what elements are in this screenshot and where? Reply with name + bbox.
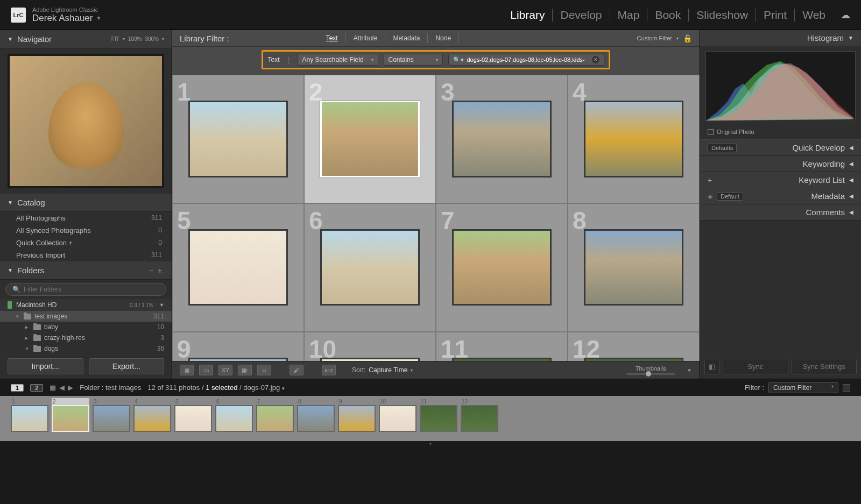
grid-cell[interactable]: 9	[172, 332, 304, 361]
histogram-view[interactable]	[705, 51, 856, 121]
zoom-fit-caret-icon[interactable]: ▾	[123, 37, 125, 41]
identity-block[interactable]: Adobe Lightroom Classic Derek Ashauer ▼	[32, 6, 503, 24]
filmstrip-cell[interactable]: 3	[93, 398, 130, 432]
compare-view-icon[interactable]: XY	[218, 365, 232, 375]
filmstrip-cell[interactable]: 10	[379, 398, 417, 432]
collapse-icon[interactable]: ◀	[849, 145, 853, 151]
text-search-box[interactable]: 🔍▾ ✕	[448, 54, 604, 66]
filmstrip-cell[interactable]: 1	[11, 398, 48, 432]
filter-switch-icon[interactable]	[843, 384, 850, 392]
zoom-100[interactable]: 100%	[128, 36, 142, 42]
grid-cell[interactable]: 3	[436, 75, 568, 203]
filmstrip-cell[interactable]: 11	[420, 398, 457, 432]
checkbox-icon[interactable]	[708, 129, 714, 135]
catalog-header[interactable]: ▼ Catalog	[0, 194, 172, 212]
sync-settings-button[interactable]: Sync Settings	[792, 359, 857, 374]
catalog-item[interactable]: All Photographs311	[0, 212, 172, 224]
module-slideshow[interactable]: Slideshow	[689, 9, 756, 22]
grid-cell[interactable]: 7	[436, 203, 568, 332]
grid-cell[interactable]: 4	[568, 75, 700, 203]
zoom-fit[interactable]: FIT	[111, 36, 119, 42]
thumb-size-slider[interactable]	[626, 373, 675, 375]
filmstrip-cell[interactable]: 9	[338, 398, 376, 432]
sort-value[interactable]: Capture Time	[369, 366, 407, 374]
folder-expand-icon[interactable]: ▼	[15, 314, 20, 319]
folder-remove-icon[interactable]: −	[149, 266, 153, 275]
primary-window-button[interactable]: 1	[11, 384, 24, 392]
grid-cell[interactable]: 8	[568, 203, 700, 332]
folder-search[interactable]: 🔍	[5, 283, 166, 296]
grid-icon[interactable]: ▦	[50, 384, 56, 392]
filmstrip-cell[interactable]: 7	[256, 398, 294, 432]
user-name[interactable]: Derek Ashauer ▼	[32, 13, 503, 24]
module-library[interactable]: Library	[503, 9, 553, 22]
filter-lock-icon[interactable]: 🔒	[683, 34, 692, 42]
import-button[interactable]: Import...	[8, 358, 83, 374]
module-web[interactable]: Web	[795, 9, 833, 22]
collapse-icon[interactable]: ▼	[8, 267, 13, 273]
zoom-caret-icon[interactable]: ▾	[162, 37, 164, 41]
catalog-item[interactable]: Quick Collection +0	[0, 237, 172, 249]
text-search-input[interactable]	[467, 56, 589, 63]
collapse-icon[interactable]: ◀	[849, 193, 853, 199]
secondary-window-button[interactable]: 2	[30, 384, 43, 392]
status-filter-combo[interactable]: Custom Filter ▾	[768, 382, 838, 393]
status-folder[interactable]: Folder : test images	[80, 384, 141, 392]
grid-cell[interactable]: 12	[568, 332, 700, 361]
grid-cell[interactable]: 11	[436, 332, 568, 361]
collapse-icon[interactable]: ◀	[849, 209, 853, 215]
metadata-header[interactable]: ◈ Default Metadata ◀	[700, 188, 861, 204]
comments-header[interactable]: Comments ◀	[700, 204, 861, 220]
collapse-icon[interactable]: ◀	[849, 161, 853, 167]
grid-cell[interactable]: 2	[304, 75, 436, 203]
cloud-sync-icon[interactable]: ☁	[841, 9, 850, 21]
text-rule-combo[interactable]: Contains ▾	[384, 54, 443, 66]
sort-caret-icon[interactable]: ▾	[411, 368, 413, 373]
metadata-visibility-icon[interactable]: ◈	[708, 193, 712, 200]
filmstrip-cell[interactable]: 2	[52, 398, 89, 432]
folder-expand-icon[interactable]: ▶	[25, 336, 30, 340]
grid-cell[interactable]: 1	[172, 75, 304, 203]
filter-preset[interactable]: Custom Filter	[637, 35, 672, 41]
grid-cell[interactable]: 6	[304, 203, 436, 332]
navigator-preview[interactable]	[8, 54, 164, 188]
people-view-icon[interactable]: ☺	[257, 365, 271, 375]
grid-view-icon[interactable]: ▦	[180, 365, 194, 375]
zoom-300[interactable]: 300%	[145, 36, 159, 42]
survey-view-icon[interactable]: ▦▫	[238, 365, 252, 375]
stats-caret-icon[interactable]: ▾	[282, 386, 285, 391]
add-keyword-icon[interactable]: +	[708, 176, 712, 184]
module-develop[interactable]: Develop	[553, 9, 610, 22]
nav-forward-icon[interactable]: ▶	[68, 384, 73, 392]
volume-row[interactable]: Macintosh HD 0.3 / 1 TB ▼	[0, 299, 172, 311]
folder-search-input[interactable]	[24, 286, 159, 293]
module-map[interactable]: Map	[610, 9, 648, 22]
navigator-header[interactable]: ▼ Navigator FIT ▾ 100% 300% ▾	[0, 30, 172, 48]
grid-scroll[interactable]: 123456789101112	[172, 75, 700, 361]
original-photo-toggle[interactable]: Original Photo	[700, 126, 861, 140]
filter-tab-none[interactable]: None	[428, 33, 459, 43]
volume-caret-icon[interactable]: ▼	[159, 302, 164, 308]
user-menu-caret-icon[interactable]: ▼	[96, 15, 101, 21]
painter-icon[interactable]: 🖌	[290, 365, 304, 375]
loupe-view-icon[interactable]: ▭	[199, 365, 213, 375]
toolbar-expand-icon[interactable]: ▼	[687, 367, 692, 373]
clear-search-icon[interactable]: ✕	[592, 56, 599, 63]
collapse-icon[interactable]: ▼	[8, 200, 13, 205]
sort-direction-icon[interactable]: a↕z	[322, 365, 336, 375]
collapse-icon[interactable]: ▼	[8, 36, 13, 42]
folder-row[interactable]: ▼test images311	[0, 311, 172, 322]
thumbnail-size[interactable]: Thumbnails	[626, 365, 675, 375]
quick-develop-header[interactable]: Defaults Quick Develop ◀	[700, 140, 861, 155]
sync-toggle-icon[interactable]: ◧	[704, 359, 719, 374]
catalog-item[interactable]: Previous Import311	[0, 249, 172, 261]
folder-row[interactable]: ▶crazy-high-res3	[0, 332, 172, 343]
filmstrip-cell[interactable]: 8	[297, 398, 335, 432]
keyword-list-header[interactable]: + Keyword List ◀	[700, 172, 861, 188]
filmstrip-cell[interactable]: 6	[215, 398, 253, 432]
filmstrip-cell[interactable]: 5	[174, 398, 212, 432]
grid-cell[interactable]: 5	[172, 203, 304, 332]
collapse-icon[interactable]: ◀	[849, 177, 853, 183]
module-book[interactable]: Book	[647, 9, 689, 22]
folder-add-icon[interactable]: +.	[158, 266, 164, 275]
